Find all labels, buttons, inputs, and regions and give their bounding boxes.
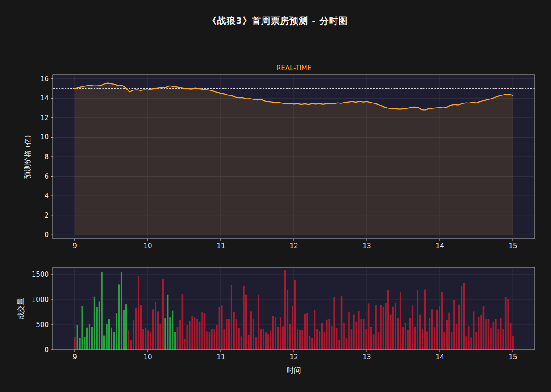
volume-bar (189, 321, 191, 350)
volume-bar (284, 270, 286, 350)
volume-bar (436, 310, 438, 350)
volume-bar (343, 323, 345, 350)
volume-bar (99, 301, 100, 350)
volume-bar (267, 334, 269, 350)
volume-bar (434, 327, 435, 350)
volume-bar (265, 332, 267, 350)
volume-bar (94, 297, 95, 350)
volume-bar (241, 336, 242, 350)
volume-bar (270, 330, 271, 350)
volume-bar (282, 326, 284, 350)
volume-bar (422, 329, 423, 350)
volume-bar (390, 315, 392, 350)
volume-bar (301, 330, 303, 350)
volume-bar (138, 276, 139, 350)
x-tick-label-volume: 13 (362, 353, 371, 361)
volume-bar (79, 338, 81, 350)
volume-bar (468, 326, 470, 350)
volume-bar (221, 305, 223, 350)
volume-bar (255, 337, 257, 350)
volume-bar (147, 330, 149, 350)
volume-bar (485, 319, 487, 350)
volume-bar (196, 319, 198, 350)
volume-bar (238, 328, 240, 350)
volume-bar (96, 307, 98, 350)
volume-bar (441, 292, 443, 350)
volume-bar (123, 310, 125, 350)
volume-bar (380, 305, 382, 350)
volume-bar (383, 307, 384, 350)
volume-bar (409, 318, 411, 350)
volume-bar (82, 306, 83, 350)
volume-bar (231, 285, 232, 350)
volume-bar (140, 305, 142, 350)
y-tick-label-volume: 1000 (32, 296, 49, 304)
volume-bar (174, 332, 176, 350)
volume-bar (159, 324, 161, 350)
volume-bar (228, 319, 230, 350)
y-tick-label-price: 2 (44, 211, 49, 220)
volume-bar (299, 330, 301, 350)
volume-bar (128, 330, 129, 350)
volume-bar (306, 313, 308, 350)
volume-bar (280, 317, 281, 350)
volume-bar (177, 327, 179, 350)
volume-bar (378, 332, 379, 350)
volume-bar (363, 319, 365, 350)
y-tick-label-volume: 1500 (32, 271, 49, 279)
volume-bar (245, 295, 247, 350)
volume-bar (297, 329, 298, 350)
volume-bar (103, 336, 105, 350)
volume-bar (243, 286, 245, 350)
subplot-title-realtime: REAL-TIME (276, 64, 311, 72)
volume-bar (431, 309, 433, 350)
volume-bar (287, 290, 289, 350)
volume-bar (111, 328, 112, 350)
volume-bar (458, 305, 460, 350)
chart-title: 《战狼3》首周票房预测 - 分时图 (207, 15, 348, 27)
volume-bar (84, 337, 86, 350)
volume-bar (155, 302, 156, 350)
volume-bar (191, 316, 193, 350)
volume-bar (505, 297, 507, 350)
volume-bar (480, 315, 482, 350)
volume-bar (182, 294, 184, 350)
volume-bar (417, 290, 418, 350)
volume-bar (226, 319, 228, 350)
y-tick-label-price: 0 (44, 231, 49, 239)
volume-bar (206, 332, 208, 350)
x-tick-label-price: 15 (509, 242, 517, 250)
volume-bar (412, 305, 413, 350)
volume-bar (463, 283, 465, 350)
volume-bar (130, 340, 132, 350)
volume-bar (186, 325, 188, 350)
volume-bar (150, 332, 152, 350)
volume-bar (253, 319, 254, 350)
y-tick-label-price: 14 (40, 94, 49, 102)
volume-bar (211, 329, 213, 350)
volume-bar (419, 315, 421, 350)
volume-bar (309, 336, 311, 350)
volume-bar (336, 328, 338, 350)
volume-bar (204, 313, 206, 350)
volume-bar (465, 336, 467, 350)
volume-bar (488, 319, 490, 350)
volume-bar (101, 272, 103, 350)
volume-bar (172, 311, 174, 350)
volume-bar (475, 332, 477, 350)
volume-bar (275, 317, 276, 350)
volume-bar (125, 304, 127, 350)
volume-bar (405, 323, 406, 350)
volume-bar (118, 284, 120, 350)
volume-bar (426, 332, 428, 350)
volume-bar (162, 279, 164, 350)
volume-bar (341, 296, 343, 350)
x-tick-label-price: 12 (289, 242, 298, 250)
volume-bar (113, 332, 115, 350)
volume-bar (400, 292, 401, 350)
y-tick-label-price: 10 (40, 133, 49, 141)
volume-bar (328, 319, 330, 350)
volume-bar (470, 338, 472, 350)
volume-bar (236, 319, 237, 350)
x-tick-label-volume: 11 (216, 353, 225, 361)
